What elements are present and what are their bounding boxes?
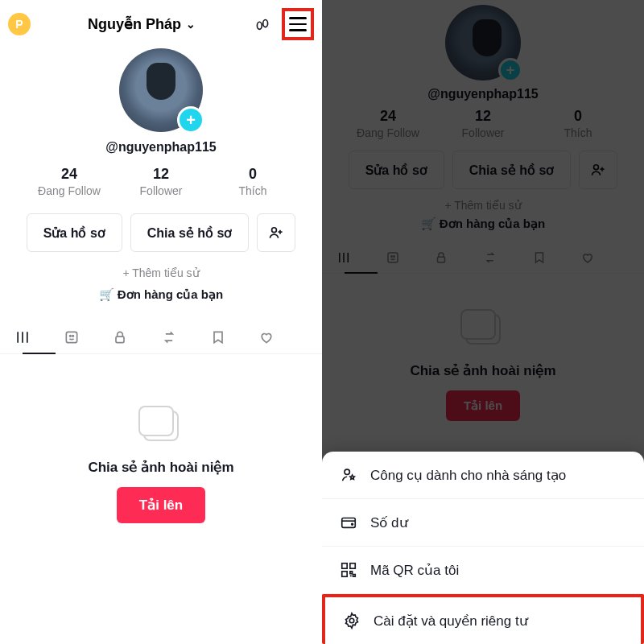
cart-icon: 🛒 xyxy=(99,287,114,301)
tab-private[interactable] xyxy=(112,321,161,353)
empty-text: Chia sẻ ảnh hoài niệm xyxy=(88,459,233,476)
add-friends-button[interactable] xyxy=(257,213,295,252)
stat-likes[interactable]: 0 Thích xyxy=(546,108,610,139)
svg-rect-6 xyxy=(116,336,124,343)
profile-buttons: Sửa hồ sơ Chia sẻ hồ sơ xyxy=(349,151,618,189)
sheet-item-label: Số dư xyxy=(370,514,408,531)
share-profile-button[interactable]: Chia sẻ hồ sơ xyxy=(130,213,250,252)
add-friends-button[interactable] xyxy=(579,151,617,189)
bottom-sheet: Công cụ dành cho nhà sáng tạo Số dư Mã Q… xyxy=(322,452,644,644)
add-story-badge[interactable]: + xyxy=(177,106,204,134)
top-bar: P Nguyễn Pháp ⌄ xyxy=(0,0,322,43)
svg-rect-13 xyxy=(342,518,356,528)
tab-feed[interactable] xyxy=(336,242,386,273)
svg-rect-16 xyxy=(350,564,355,568)
left-screenshot: P Nguyễn Pháp ⌄ + @nguyenphap115 xyxy=(0,0,322,644)
stats-row: 24 Đang Follow 12 Follower 0 Thích xyxy=(0,166,322,197)
stats-row: 24 Đang Follow 12 Follower 0 Thích xyxy=(322,108,644,139)
svg-rect-3 xyxy=(66,332,76,342)
coin-badge[interactable]: P xyxy=(8,13,31,35)
profile-section: + @nguyenphap115 24 Đang Follow 12 Follo… xyxy=(0,43,322,302)
share-profile-button[interactable]: Chia sẻ hồ sơ xyxy=(452,151,572,189)
sheet-item-label: Cài đặt và quyền riêng tư xyxy=(374,613,528,630)
chevron-down-icon: ⌄ xyxy=(186,18,196,31)
empty-text: Chia sẻ ảnh hoài niệm xyxy=(410,362,555,379)
tab-sticker[interactable] xyxy=(386,242,435,273)
svg-point-18 xyxy=(349,618,354,623)
menu-button[interactable] xyxy=(282,8,314,40)
svg-rect-17 xyxy=(342,572,347,576)
orders-link[interactable]: 🛒Đơn hàng của bạn xyxy=(99,287,223,302)
svg-point-14 xyxy=(352,523,353,525)
sheet-item-creator-tools[interactable]: Công cụ dành cho nhà sáng tạo xyxy=(322,452,644,499)
photo-placeholder-icon xyxy=(138,402,184,448)
upload-button[interactable]: Tải lên xyxy=(446,390,520,421)
content-tabs xyxy=(0,321,322,354)
username: @nguyenphap115 xyxy=(105,140,216,155)
tab-repost[interactable] xyxy=(483,242,532,273)
stat-likes[interactable]: 0 Thích xyxy=(221,166,285,197)
svg-point-2 xyxy=(272,228,277,233)
photo-placeholder-icon xyxy=(460,306,506,351)
add-bio-link[interactable]: + Thêm tiểu sử xyxy=(444,199,521,212)
svg-point-1 xyxy=(263,20,268,27)
add-bio-link[interactable]: + Thêm tiểu sử xyxy=(122,266,199,279)
svg-point-7 xyxy=(594,165,599,170)
cart-icon: 🛒 xyxy=(421,217,436,230)
svg-point-5 xyxy=(72,336,74,337)
hamburger-icon xyxy=(289,17,307,31)
avatar-wrap[interactable]: + xyxy=(119,48,203,132)
sheet-item-settings[interactable]: Cài đặt và quyền riêng tư xyxy=(322,594,644,644)
tab-sticker[interactable] xyxy=(64,321,113,353)
wallet-icon xyxy=(340,514,357,531)
tab-feed[interactable] xyxy=(14,321,64,353)
tab-liked[interactable] xyxy=(258,321,308,353)
svg-rect-8 xyxy=(388,253,398,262)
tab-repost[interactable] xyxy=(161,321,210,353)
stat-followers[interactable]: 12 Follower xyxy=(451,108,515,139)
right-screenshot: + @nguyenphap115 24 Đang Follow 12 Follo… xyxy=(322,0,644,644)
stat-following[interactable]: 24 Đang Follow xyxy=(356,108,420,139)
empty-state: Chia sẻ ảnh hoài niệm Tải lên xyxy=(0,402,322,523)
qr-icon xyxy=(340,561,357,579)
svg-rect-15 xyxy=(342,564,347,568)
tab-bookmark[interactable] xyxy=(532,242,581,273)
svg-point-0 xyxy=(257,22,262,29)
svg-rect-11 xyxy=(438,257,445,262)
content-tabs xyxy=(322,242,644,274)
gear-icon xyxy=(343,612,361,630)
upload-button[interactable]: Tải lên xyxy=(117,487,205,523)
person-star-icon xyxy=(340,466,357,484)
profile-buttons: Sửa hồ sơ Chia sẻ hồ sơ xyxy=(27,213,296,252)
empty-state: Chia sẻ ảnh hoài niệm Tải lên xyxy=(322,306,644,421)
sheet-item-label: Công cụ dành cho nhà sáng tạo xyxy=(370,467,566,484)
profile-section: + @nguyenphap115 24 Đang Follow 12 Follo… xyxy=(322,0,644,231)
add-story-badge[interactable]: + xyxy=(498,58,522,82)
sheet-item-qr[interactable]: Mã QR của tôi xyxy=(322,547,644,594)
stat-following[interactable]: 24 Đang Follow xyxy=(37,166,101,197)
account-switcher[interactable]: Nguyễn Pháp ⌄ xyxy=(88,15,196,33)
svg-point-12 xyxy=(345,469,349,474)
tab-private[interactable] xyxy=(434,242,483,273)
sheet-item-balance[interactable]: Số dư xyxy=(322,499,644,547)
account-name: Nguyễn Pháp xyxy=(88,15,181,33)
svg-point-10 xyxy=(393,256,394,258)
avatar-wrap[interactable]: + xyxy=(445,5,521,80)
edit-profile-button[interactable]: Sửa hồ sơ xyxy=(27,213,122,252)
tab-liked[interactable] xyxy=(580,242,630,273)
orders-link[interactable]: 🛒Đơn hàng của bạn xyxy=(421,217,545,231)
edit-profile-button[interactable]: Sửa hồ sơ xyxy=(349,151,444,189)
svg-point-4 xyxy=(69,336,71,337)
footprint-icon[interactable] xyxy=(253,14,272,34)
tab-bookmark[interactable] xyxy=(210,321,259,353)
stat-followers[interactable]: 12 Follower xyxy=(129,166,193,197)
sheet-item-label: Mã QR của tôi xyxy=(370,562,459,579)
username: @nguyenphap115 xyxy=(427,87,538,101)
svg-point-9 xyxy=(390,256,392,258)
